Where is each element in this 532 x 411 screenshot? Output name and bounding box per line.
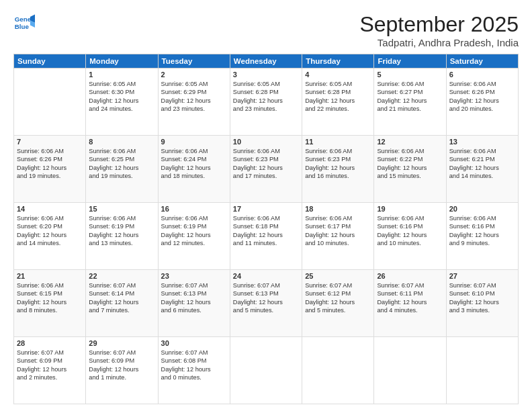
day-number: 4: [305, 71, 371, 79]
calendar-cell: 17Sunrise: 6:06 AM Sunset: 6:18 PM Dayli…: [230, 203, 302, 270]
day-number: 9: [161, 138, 227, 146]
cell-info: Sunrise: 6:06 AM Sunset: 6:22 PM Dayligh…: [377, 147, 443, 181]
day-number: 26: [377, 272, 443, 280]
day-number: 12: [377, 138, 443, 146]
day-number: 11: [305, 138, 371, 146]
svg-text:Blue: Blue: [15, 23, 30, 30]
day-number: 28: [17, 339, 83, 347]
calendar-cell: 10Sunrise: 6:06 AM Sunset: 6:23 PM Dayli…: [230, 136, 302, 203]
cell-info: Sunrise: 6:06 AM Sunset: 6:23 PM Dayligh…: [233, 147, 299, 181]
calendar-table: SundayMondayTuesdayWednesdayThursdayFrid…: [13, 54, 519, 404]
day-number: 8: [89, 138, 154, 146]
cell-info: Sunrise: 6:06 AM Sunset: 6:17 PM Dayligh…: [305, 214, 371, 248]
cell-info: Sunrise: 6:06 AM Sunset: 6:23 PM Dayligh…: [305, 147, 371, 181]
day-number: 10: [233, 138, 299, 146]
calendar-header-saturday: Saturday: [446, 54, 518, 68]
logo: General Blue: [13, 12, 35, 34]
calendar-header-thursday: Thursday: [302, 54, 374, 68]
location-title: Tadpatri, Andhra Pradesh, India: [359, 37, 519, 48]
cell-info: Sunrise: 6:06 AM Sunset: 6:16 PM Dayligh…: [377, 214, 443, 248]
day-number: 6: [449, 71, 515, 79]
day-number: 20: [449, 205, 515, 213]
day-number: 25: [305, 272, 371, 280]
day-number: 17: [233, 205, 299, 213]
month-title: September 2025: [359, 12, 519, 37]
cell-info: Sunrise: 6:06 AM Sunset: 6:24 PM Dayligh…: [161, 147, 227, 181]
calendar-cell: 4Sunrise: 6:05 AM Sunset: 6:28 PM Daylig…: [302, 68, 374, 136]
cell-info: Sunrise: 6:06 AM Sunset: 6:19 PM Dayligh…: [89, 214, 154, 248]
calendar-cell: 5Sunrise: 6:06 AM Sunset: 6:27 PM Daylig…: [374, 68, 446, 136]
calendar-cell: 2Sunrise: 6:05 AM Sunset: 6:29 PM Daylig…: [158, 68, 230, 136]
calendar-cell: 11Sunrise: 6:06 AM Sunset: 6:23 PM Dayli…: [302, 136, 374, 203]
calendar-cell: 18Sunrise: 6:06 AM Sunset: 6:17 PM Dayli…: [302, 203, 374, 270]
day-number: 21: [17, 272, 83, 280]
cell-info: Sunrise: 6:07 AM Sunset: 6:08 PM Dayligh…: [161, 349, 227, 382]
cell-info: Sunrise: 6:07 AM Sunset: 6:12 PM Dayligh…: [305, 281, 371, 315]
cell-info: Sunrise: 6:06 AM Sunset: 6:27 PM Dayligh…: [377, 80, 443, 113]
day-number: 7: [17, 138, 83, 146]
calendar-cell: 1Sunrise: 6:05 AM Sunset: 6:30 PM Daylig…: [86, 68, 158, 136]
calendar-cell: 15Sunrise: 6:06 AM Sunset: 6:19 PM Dayli…: [86, 203, 158, 270]
cell-info: Sunrise: 6:05 AM Sunset: 6:28 PM Dayligh…: [233, 80, 299, 113]
calendar-cell: 9Sunrise: 6:06 AM Sunset: 6:24 PM Daylig…: [158, 136, 230, 203]
day-number: 14: [17, 205, 83, 213]
calendar-cell: 24Sunrise: 6:07 AM Sunset: 6:13 PM Dayli…: [230, 270, 302, 337]
calendar-cell: [446, 337, 518, 404]
calendar-header-friday: Friday: [374, 54, 446, 68]
calendar-cell: 27Sunrise: 6:07 AM Sunset: 6:10 PM Dayli…: [446, 270, 518, 337]
cell-info: Sunrise: 6:05 AM Sunset: 6:29 PM Dayligh…: [161, 80, 227, 113]
cell-info: Sunrise: 6:07 AM Sunset: 6:14 PM Dayligh…: [89, 281, 154, 315]
calendar-header-sunday: Sunday: [14, 54, 86, 68]
cell-info: Sunrise: 6:06 AM Sunset: 6:18 PM Dayligh…: [233, 214, 299, 248]
calendar-header-wednesday: Wednesday: [230, 54, 302, 68]
title-block: September 2025 Tadpatri, Andhra Pradesh,…: [359, 12, 519, 48]
cell-info: Sunrise: 6:07 AM Sunset: 6:09 PM Dayligh…: [89, 349, 154, 382]
cell-info: Sunrise: 6:07 AM Sunset: 6:09 PM Dayligh…: [17, 349, 83, 382]
calendar-cell: [374, 337, 446, 404]
cell-info: Sunrise: 6:07 AM Sunset: 6:10 PM Dayligh…: [449, 281, 515, 315]
calendar-cell: 26Sunrise: 6:07 AM Sunset: 6:11 PM Dayli…: [374, 270, 446, 337]
day-number: 16: [161, 205, 227, 213]
calendar-header-tuesday: Tuesday: [158, 54, 230, 68]
calendar-cell: [14, 68, 86, 136]
calendar-cell: 28Sunrise: 6:07 AM Sunset: 6:09 PM Dayli…: [14, 337, 86, 404]
day-number: 13: [449, 138, 515, 146]
calendar-header-monday: Monday: [86, 54, 158, 68]
cell-info: Sunrise: 6:07 AM Sunset: 6:11 PM Dayligh…: [377, 281, 443, 315]
day-number: 2: [161, 71, 227, 79]
calendar-cell: 21Sunrise: 6:06 AM Sunset: 6:15 PM Dayli…: [14, 270, 86, 337]
cell-info: Sunrise: 6:07 AM Sunset: 6:13 PM Dayligh…: [161, 281, 227, 315]
day-number: 30: [161, 339, 227, 347]
calendar-cell: 3Sunrise: 6:05 AM Sunset: 6:28 PM Daylig…: [230, 68, 302, 136]
day-number: 22: [89, 272, 154, 280]
cell-info: Sunrise: 6:06 AM Sunset: 6:26 PM Dayligh…: [17, 147, 83, 181]
calendar-cell: 13Sunrise: 6:06 AM Sunset: 6:21 PM Dayli…: [446, 136, 518, 203]
cell-info: Sunrise: 6:06 AM Sunset: 6:21 PM Dayligh…: [449, 147, 515, 181]
calendar-cell: 25Sunrise: 6:07 AM Sunset: 6:12 PM Dayli…: [302, 270, 374, 337]
calendar-cell: 8Sunrise: 6:06 AM Sunset: 6:25 PM Daylig…: [86, 136, 158, 203]
cell-info: Sunrise: 6:05 AM Sunset: 6:30 PM Dayligh…: [89, 80, 154, 113]
cell-info: Sunrise: 6:06 AM Sunset: 6:20 PM Dayligh…: [17, 214, 83, 248]
day-number: 1: [89, 71, 154, 79]
cell-info: Sunrise: 6:06 AM Sunset: 6:15 PM Dayligh…: [17, 281, 83, 315]
calendar-cell: 22Sunrise: 6:07 AM Sunset: 6:14 PM Dayli…: [86, 270, 158, 337]
day-number: 19: [377, 205, 443, 213]
calendar-cell: 30Sunrise: 6:07 AM Sunset: 6:08 PM Dayli…: [158, 337, 230, 404]
day-number: 24: [233, 272, 299, 280]
calendar-cell: 23Sunrise: 6:07 AM Sunset: 6:13 PM Dayli…: [158, 270, 230, 337]
day-number: 29: [89, 339, 154, 347]
calendar-cell: 12Sunrise: 6:06 AM Sunset: 6:22 PM Dayli…: [374, 136, 446, 203]
calendar-cell: [302, 337, 374, 404]
calendar-cell: 29Sunrise: 6:07 AM Sunset: 6:09 PM Dayli…: [86, 337, 158, 404]
day-number: 18: [305, 205, 371, 213]
cell-info: Sunrise: 6:06 AM Sunset: 6:19 PM Dayligh…: [161, 214, 227, 248]
cell-info: Sunrise: 6:06 AM Sunset: 6:25 PM Dayligh…: [89, 147, 154, 181]
calendar-cell: 14Sunrise: 6:06 AM Sunset: 6:20 PM Dayli…: [14, 203, 86, 270]
calendar-cell: 7Sunrise: 6:06 AM Sunset: 6:26 PM Daylig…: [14, 136, 86, 203]
calendar-cell: [230, 337, 302, 404]
day-number: 3: [233, 71, 299, 79]
calendar-cell: 16Sunrise: 6:06 AM Sunset: 6:19 PM Dayli…: [158, 203, 230, 270]
day-number: 15: [89, 205, 154, 213]
calendar-cell: 19Sunrise: 6:06 AM Sunset: 6:16 PM Dayli…: [374, 203, 446, 270]
cell-info: Sunrise: 6:06 AM Sunset: 6:16 PM Dayligh…: [449, 214, 515, 248]
